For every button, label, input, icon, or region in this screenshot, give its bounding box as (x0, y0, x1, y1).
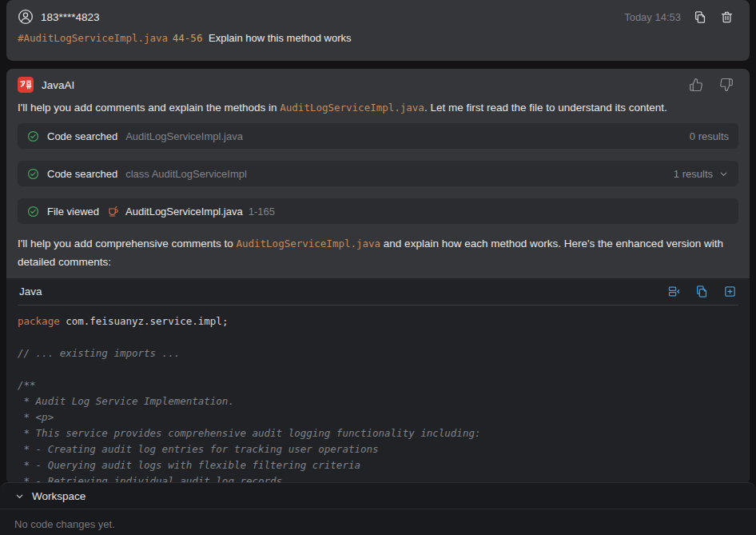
agent-name: JavaAI (42, 79, 74, 91)
code-line: // ... existing imports ... (18, 345, 750, 361)
copy-code-icon[interactable] (695, 285, 709, 298)
user-avatar-icon (18, 9, 34, 25)
user-message-text: Explain how this method works (209, 32, 351, 44)
workspace-title: Workspace (32, 490, 86, 502)
code-line: * - Creating audit log entries for track… (18, 441, 750, 457)
java-cup-icon (107, 205, 120, 218)
ai-intro-text-after: . Let me first read the file to understa… (424, 102, 667, 114)
delete-message-button[interactable] (720, 10, 734, 24)
code-line: package com.feisuanyz.service.impl; (18, 313, 750, 329)
check-circle-icon (27, 168, 39, 180)
message-timestamp: Today 14:53 (624, 11, 681, 23)
check-circle-icon (27, 206, 39, 218)
copy-message-button[interactable] (694, 10, 707, 24)
ai-message-card: JavaAI I'll help you add comments and ex… (6, 69, 750, 484)
code-block-header: Java (6, 278, 750, 305)
code-content[interactable]: package com.feisuanyz.service.impl;// ..… (6, 305, 750, 484)
workspace-empty-text: No code changes yet. (0, 509, 756, 530)
thumbs-up-icon[interactable] (689, 78, 703, 92)
code-line: * - Querying audit logs with flexible fi… (18, 457, 750, 473)
file-reference[interactable]: #AuditLogServiceImpl.java (18, 32, 168, 44)
ai-body-text-before: I'll help you add comprehensive comments… (18, 238, 236, 250)
workspace-panel: Workspace No code changes yet. (0, 482, 756, 535)
code-line: /** (18, 377, 750, 393)
viewed-file-name: AuditLogServiceImpl.java (125, 206, 243, 218)
insert-editor-icon[interactable] (667, 285, 681, 298)
tool-result-count: 0 results (690, 130, 729, 142)
code-line (18, 361, 750, 377)
tool-action-label: File viewed (47, 206, 99, 218)
code-line: * Audit Log Service Implementation. (18, 393, 750, 409)
ai-intro-paragraph: I'll help you add comments and explain t… (6, 93, 750, 115)
code-line: * <p> (18, 409, 750, 425)
user-message-card: 183****4823 Today 14:53 #AuditLogService… (6, 0, 750, 61)
tool-query: class AuditLogServiceImpl (125, 168, 247, 180)
tool-action-label: Code searched (47, 130, 117, 142)
tool-call-row-code-search-2[interactable]: Code searched class AuditLogServiceImpl … (18, 161, 738, 186)
ai-intro-file-reference[interactable]: AuditLogServiceImpl.java (280, 102, 424, 114)
viewed-line-range: 1-165 (249, 206, 275, 218)
tool-call-row-file-viewed[interactable]: File viewed AuditLogServiceImpl.java 1-1… (18, 198, 738, 224)
tool-result-count: 1 results (674, 168, 713, 180)
code-block: Java package com. (6, 278, 750, 484)
ai-body-file-reference[interactable]: AuditLogServiceImpl.java (236, 238, 380, 250)
tool-action-label: Code searched (47, 168, 117, 180)
username: 183****4823 (41, 11, 100, 23)
tool-call-row-code-search-1[interactable]: Code searched AuditLogServiceImpl.java 0… (18, 123, 738, 149)
chevron-down-icon (14, 491, 25, 501)
code-language-label: Java (19, 285, 42, 297)
tool-query: AuditLogServiceImpl.java (125, 130, 243, 142)
file-reference-line-range: 44-56 (173, 32, 203, 44)
check-circle-icon (27, 130, 39, 142)
javaai-logo-icon (18, 77, 34, 93)
thumbs-down-icon[interactable] (719, 78, 734, 92)
add-file-icon[interactable] (723, 285, 737, 298)
tool-call-list: Code searched AuditLogServiceImpl.java 0… (6, 115, 750, 224)
chevron-down-icon[interactable] (718, 169, 729, 179)
code-line: * This service provides comprehensive au… (18, 425, 750, 441)
workspace-header[interactable]: Workspace (0, 483, 756, 509)
ai-body-paragraph: I'll help you add comprehensive comments… (6, 224, 750, 271)
ai-intro-text-before: I'll help you add comments and explain t… (18, 102, 280, 114)
code-line (18, 329, 750, 345)
